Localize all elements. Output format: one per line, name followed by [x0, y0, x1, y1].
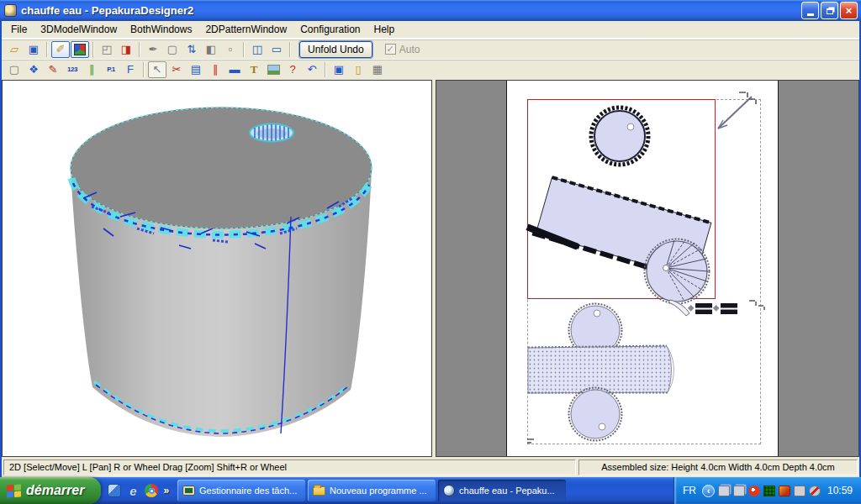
start-label: démarrer: [26, 483, 84, 498]
network-signal-icon-2[interactable]: [733, 486, 745, 496]
alert-app-icon[interactable]: [779, 486, 790, 496]
open-folder-icon[interactable]: ▱: [5, 41, 24, 58]
menu-help[interactable]: Help: [367, 21, 402, 38]
pen-tool-icon[interactable]: ✒: [144, 41, 162, 58]
page-number-icon[interactable]: P.1: [102, 61, 120, 78]
minimize-button[interactable]: [801, 2, 819, 19]
select-rect-icon[interactable]: ▢: [5, 61, 24, 78]
pattern-pieces[interactable]: [507, 81, 778, 456]
status-bar: 2D [Select/Move] L [Pan] R or Wheel Drag…: [2, 458, 859, 477]
zipper-edge-icon[interactable]: ▤: [187, 61, 205, 78]
pepakura-icon: [443, 485, 455, 496]
system-tray: FR ‹ 10:59: [673, 477, 861, 504]
pattern-body-rect[interactable]: [528, 346, 673, 394]
taskbtn-new-program[interactable]: Nouveau programme ...: [308, 480, 436, 501]
save-icon[interactable]: ▣: [24, 41, 43, 58]
taskbtn-label: chauffe eau - Pepaku...: [459, 486, 555, 496]
3d-model-pane[interactable]: [2, 80, 432, 457]
single-window-icon[interactable]: ▭: [267, 41, 286, 58]
dashed-cube-icon[interactable]: ▫: [221, 41, 240, 58]
windows-flag-icon: [7, 484, 21, 497]
auto-checkbox[interactable]: ✓: [385, 44, 396, 55]
text-tool-icon[interactable]: T: [245, 61, 263, 78]
title-bar: chauffe eau - PepakuraDesigner2 ×: [0, 0, 861, 21]
taskbtn-task-manager[interactable]: Gestionnaire des tâch...: [177, 480, 305, 501]
bar-pieces[interactable]: [688, 301, 764, 314]
print-icon[interactable]: ▦: [368, 61, 387, 78]
wireframe-box-icon[interactable]: ▢: [163, 41, 182, 58]
menu-3dmodelwindow[interactable]: 3DModelWindow: [34, 21, 124, 38]
cut-path-icon[interactable]: ✂: [167, 61, 186, 78]
task-buttons: Gestionnaire des tâch... Nouveau program…: [176, 480, 673, 501]
toolbar-main: ▱ ▣ ✐ ◰ ◨ ✒ ▢ ⇅ ◧ ▫ ◫ ▭ Unfold Undo ✓ Au…: [2, 39, 859, 59]
menu-configuration[interactable]: Configuration: [293, 21, 367, 38]
hatch-lines-icon[interactable]: ∥: [82, 61, 101, 78]
taskbtn-label: Gestionnaire des tâch...: [199, 486, 297, 496]
clipboard-icon[interactable]: ▯: [349, 61, 367, 78]
muted-sound-icon[interactable]: [809, 486, 821, 496]
colored-box-icon[interactable]: ◨: [117, 41, 135, 58]
pattern-circle-bottom[interactable]: [569, 388, 622, 441]
chrome-icon[interactable]: [145, 484, 158, 497]
clock[interactable]: 10:59: [827, 485, 853, 496]
client-area: [2, 79, 859, 458]
folder-icon: [313, 486, 325, 496]
pen-piece[interactable]: [668, 300, 689, 316]
language-indicator[interactable]: FR: [683, 485, 696, 496]
split-window-icon[interactable]: ◫: [248, 41, 267, 58]
half-panel-icon[interactable]: ◧: [202, 41, 220, 58]
app-icon: [4, 4, 17, 17]
overflow-chevron-icon[interactable]: »: [163, 485, 169, 496]
taskbtn-label: Nouveau programme ...: [330, 486, 427, 496]
status-hint: 2D [Select/Move] L [Pan] R or Wheel Drag…: [3, 459, 576, 475]
taskbtn-pepakura[interactable]: chauffe eau - Pepaku...: [438, 480, 566, 501]
auto-label: Auto: [399, 44, 420, 55]
show-desktop-icon[interactable]: [108, 484, 121, 497]
pattern-circle-top[interactable]: [591, 108, 648, 165]
select-cursor-icon[interactable]: ↖: [148, 61, 166, 78]
arrange-arrows-icon[interactable]: ❖: [24, 61, 43, 78]
edit-flap-icon[interactable]: ✎: [44, 61, 62, 78]
undo-icon[interactable]: ↶: [303, 61, 321, 78]
status-assembled-size: Assembled size: Height 4.0cm Width 4.0cm…: [578, 459, 858, 475]
move-axis-icon[interactable]: ⇅: [182, 41, 201, 58]
toolbar-2d: ▢ ❖ ✎ 123 ∥ P.1 F ↖ ✂ ▤ ∥ ▬ T ? ↶ ▣ ▯ ▦: [2, 59, 859, 79]
save-extra-icon[interactable]: ▣: [330, 61, 348, 78]
quick-launch: e »: [101, 477, 176, 504]
collapse-chevron-icon[interactable]: ‹: [702, 485, 715, 497]
needle-mark: [718, 92, 756, 129]
task-manager-icon: [182, 486, 195, 496]
eraser-tool-icon[interactable]: ✐: [51, 41, 70, 58]
unfold-box-icon[interactable]: ◰: [98, 41, 116, 58]
start-button[interactable]: démarrer: [0, 477, 101, 504]
network-signal-icon[interactable]: [718, 486, 730, 496]
top-hole: [250, 124, 293, 142]
menu-2dpatternwindow[interactable]: 2DPatternWindow: [198, 21, 293, 38]
unfold-undo-button[interactable]: Unfold Undo: [299, 41, 372, 58]
taskbar: démarrer e » Gestionnaire des tâch... No…: [0, 477, 861, 504]
grid-app-icon[interactable]: [763, 486, 775, 496]
3d-cylinder-model[interactable]: [3, 81, 431, 456]
menu-bothwindows[interactable]: BothWindows: [124, 21, 198, 38]
image-tool-icon[interactable]: [264, 61, 283, 78]
restore-button[interactable]: [821, 2, 838, 19]
2d-pattern-pane[interactable]: [436, 80, 859, 457]
cylinder-top-face: [71, 108, 372, 228]
display-settings-icon[interactable]: [794, 486, 806, 496]
mirror-flip-icon[interactable]: F: [121, 61, 140, 78]
antivirus-swirl-icon[interactable]: [748, 486, 760, 496]
fold-line-icon[interactable]: ∥: [206, 61, 224, 78]
window-title: chauffe eau - PepakuraDesigner2: [21, 4, 801, 17]
textured-cube-icon[interactable]: [71, 41, 89, 58]
close-button[interactable]: ×: [840, 2, 858, 19]
bottom-corner-mark: [527, 439, 534, 443]
menu-bar: File 3DModelWindow BothWindows 2DPattern…: [2, 21, 859, 39]
internet-explorer-icon[interactable]: e: [126, 484, 140, 497]
menu-file[interactable]: File: [4, 21, 34, 38]
help-house-icon[interactable]: ?: [283, 61, 302, 78]
pattern-page: [506, 81, 779, 457]
stand-icon[interactable]: ▬: [225, 61, 244, 78]
edge-numbers-icon[interactable]: 123: [63, 61, 82, 78]
